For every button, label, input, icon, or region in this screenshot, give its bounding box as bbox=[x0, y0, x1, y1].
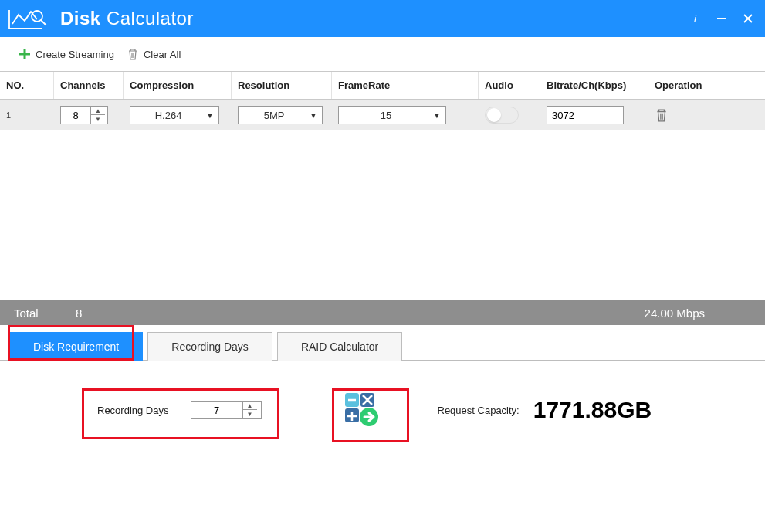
bitrate-field[interactable] bbox=[547, 106, 624, 124]
close-button[interactable] bbox=[742, 12, 754, 25]
cell-no: 1 bbox=[0, 107, 54, 123]
compression-select[interactable]: H.264 ▼ bbox=[130, 106, 219, 124]
chevron-down-icon: ▼ bbox=[433, 111, 441, 120]
clear-all-label: Clear All bbox=[144, 49, 181, 60]
minimize-button[interactable] bbox=[716, 12, 728, 25]
total-bar: Total 8 24.00 Mbps bbox=[0, 300, 765, 325]
calculate-button[interactable] bbox=[333, 384, 391, 436]
plus-icon bbox=[19, 48, 31, 60]
svg-text:i: i bbox=[694, 13, 697, 24]
table-row: 1 ▲ ▼ H.264 ▼ 5MP ▼ bbox=[0, 100, 765, 130]
chevron-down-icon[interactable]: ▼ bbox=[91, 115, 105, 124]
result-group: Request Capacity: 1771.88GB bbox=[438, 397, 652, 423]
resolution-select[interactable]: 5MP ▼ bbox=[238, 106, 323, 124]
chevron-down-icon: ▼ bbox=[310, 111, 317, 120]
create-streaming-label: Create Streaming bbox=[36, 49, 114, 60]
framerate-select[interactable]: 15 ▼ bbox=[338, 106, 446, 124]
recording-days-group: Recording Days ▲ ▼ bbox=[80, 387, 279, 433]
table-body: 1 ▲ ▼ H.264 ▼ 5MP ▼ bbox=[0, 100, 765, 300]
toolbar: Create Streaming Clear All bbox=[0, 37, 765, 71]
app-title-light: Calculator bbox=[107, 8, 194, 29]
trash-icon bbox=[127, 48, 139, 60]
create-streaming-button[interactable]: Create Streaming bbox=[19, 48, 114, 60]
audio-toggle[interactable] bbox=[485, 107, 519, 124]
col-resolution: Resolution bbox=[232, 72, 332, 99]
channels-input[interactable] bbox=[61, 110, 90, 121]
bitrate-input[interactable] bbox=[547, 107, 623, 124]
chevron-down-icon: ▼ bbox=[206, 111, 214, 120]
tab-recording-days[interactable]: Recording Days bbox=[147, 332, 272, 361]
request-capacity-label: Request Capacity: bbox=[438, 405, 520, 416]
logo-icon bbox=[8, 5, 54, 32]
tabs: Disk Requirement Recording Days RAID Cal… bbox=[0, 325, 765, 361]
app-title: Disk Calculator bbox=[60, 8, 194, 29]
recording-days-label: Recording Days bbox=[97, 405, 169, 416]
col-bitrate: Bitrate/Ch(Kbps) bbox=[540, 72, 648, 99]
col-compression: Compression bbox=[124, 72, 232, 99]
compression-value: H.264 bbox=[130, 110, 206, 121]
chevron-up-icon[interactable]: ▲ bbox=[243, 402, 257, 410]
table-header: NO. Channels Compression Resolution Fram… bbox=[0, 72, 765, 100]
recording-days-input[interactable] bbox=[191, 405, 242, 416]
total-label: Total bbox=[14, 307, 76, 320]
channels-stepper[interactable]: ▲ ▼ bbox=[60, 106, 108, 124]
info-button[interactable]: i bbox=[689, 12, 702, 25]
title-bar: Disk Calculator i bbox=[0, 0, 765, 37]
chevron-down-icon[interactable]: ▼ bbox=[243, 410, 257, 418]
delete-row-button[interactable] bbox=[655, 108, 669, 122]
app-title-bold: Disk bbox=[60, 8, 101, 29]
col-framerate: FrameRate bbox=[332, 72, 479, 99]
svg-point-0 bbox=[32, 11, 42, 22]
toggle-knob bbox=[487, 108, 501, 122]
col-no: NO. bbox=[0, 72, 54, 99]
streams-table: NO. Channels Compression Resolution Fram… bbox=[0, 71, 765, 300]
calculator-arrow-icon bbox=[344, 391, 381, 429]
tab-raid-calculator[interactable]: RAID Calculator bbox=[277, 332, 402, 361]
recording-days-stepper[interactable]: ▲ ▼ bbox=[191, 401, 262, 419]
total-channels: 8 bbox=[76, 307, 107, 320]
disk-requirement-panel: Recording Days ▲ ▼ bbox=[0, 361, 765, 459]
total-bandwidth: 24.00 Mbps bbox=[645, 307, 751, 320]
app-brand: Disk Calculator bbox=[8, 5, 194, 32]
window-controls: i bbox=[689, 12, 754, 25]
col-channels: Channels bbox=[54, 72, 124, 99]
request-capacity-value: 1771.88GB bbox=[533, 397, 652, 423]
chevron-up-icon[interactable]: ▲ bbox=[91, 107, 105, 115]
col-operation: Operation bbox=[648, 72, 765, 99]
clear-all-button[interactable]: Clear All bbox=[127, 48, 181, 60]
tab-disk-requirement[interactable]: Disk Requirement bbox=[9, 332, 143, 361]
svg-rect-2 bbox=[717, 18, 726, 19]
framerate-value: 15 bbox=[339, 110, 433, 121]
col-audio: Audio bbox=[479, 72, 540, 99]
resolution-value: 5MP bbox=[239, 110, 310, 121]
